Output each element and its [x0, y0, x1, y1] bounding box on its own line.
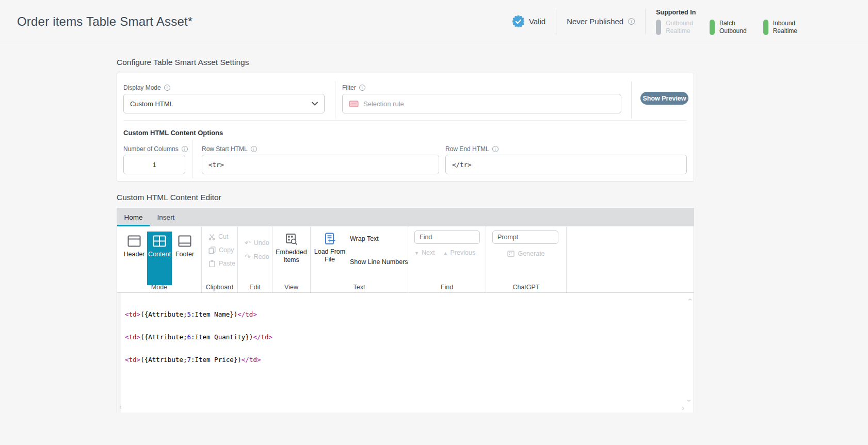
number-of-columns-input[interactable]	[123, 155, 185, 174]
divider	[123, 120, 686, 121]
scroll-left-arrow[interactable]	[119, 404, 122, 411]
group-label-text: Text	[311, 284, 408, 291]
header-status-cluster: Valid Never Published Supported In Outbo…	[512, 0, 797, 43]
ribbon: Header Content	[117, 226, 694, 293]
scroll-right-arrow[interactable]	[682, 404, 684, 411]
footer-mode-icon	[178, 235, 191, 247]
valid-label: Valid	[529, 17, 545, 26]
divider	[335, 81, 335, 119]
chevron-down-icon	[312, 102, 318, 106]
find-next-button[interactable]: Next	[414, 249, 435, 256]
row-end-html-input[interactable]	[445, 155, 687, 174]
row-start-html-label-row: Row Start HTML	[202, 145, 257, 153]
divider	[192, 140, 193, 178]
cut-button[interactable]: Cut	[208, 233, 228, 240]
undo-button[interactable]: ↶ Undo	[245, 239, 269, 246]
paste-button[interactable]: Paste	[208, 260, 235, 267]
code-token: 5	[187, 310, 191, 318]
group-label-edit: Edit	[238, 284, 272, 291]
ribbon-group-edit: ↶ Undo ↷ Redo Edit	[238, 226, 272, 292]
publish-status-label: Never Published	[567, 17, 623, 26]
content-mode-button[interactable]: Content	[147, 232, 172, 285]
code-token: td	[129, 333, 137, 341]
wrap-text-button[interactable]: Wrap Text	[350, 235, 379, 242]
code-token: >	[269, 333, 273, 341]
code-token: >	[137, 356, 141, 364]
page-title: Order items Table Smart Asset*	[17, 14, 192, 29]
code-token: :Item Price})	[191, 356, 242, 364]
code-token: </	[253, 333, 261, 341]
triangle-down-icon	[414, 249, 419, 256]
code-token: </	[242, 356, 249, 364]
show-line-numbers-button[interactable]: Show Line Numbers	[350, 258, 408, 266]
paste-icon	[208, 260, 216, 267]
header-mode-icon	[127, 235, 141, 247]
support-batch-outbound: BatchOutbound	[710, 20, 747, 35]
publish-info-icon[interactable]	[628, 18, 635, 25]
embedded-items-button[interactable]: Embedded Items	[272, 226, 310, 264]
load-from-file-button[interactable]: Load From File	[311, 226, 349, 292]
code-token: :Item Quantity})	[191, 333, 253, 341]
display-mode-info-icon[interactable]	[164, 85, 170, 91]
redo-button[interactable]: ↷ Redo	[245, 253, 269, 260]
code-editor[interactable]: <td>({Attribute;5:Item Name})</td> <td>(…	[117, 293, 694, 413]
code-token: >	[137, 310, 141, 318]
code-token: ({Attribute;	[140, 356, 187, 364]
row-start-html-input[interactable]	[202, 155, 439, 174]
number-of-columns-info-icon[interactable]	[182, 146, 188, 152]
code-token: td	[261, 333, 268, 341]
triangle-up-icon	[443, 249, 448, 256]
tab-home[interactable]: Home	[117, 208, 150, 226]
row-end-html-label-row: Row End HTML	[445, 145, 499, 153]
code-line: <td>({Attribute;6:Item Quantity})</td>	[125, 334, 272, 341]
row-end-info-icon[interactable]	[492, 146, 499, 152]
ribbon-group-find: Next Previous Find	[408, 226, 486, 292]
embedded-items-icon	[285, 233, 298, 245]
status-pill-icon	[763, 20, 768, 35]
filter-info-icon[interactable]	[359, 85, 365, 91]
display-mode-select[interactable]: Custom HTML	[123, 94, 325, 113]
code-token: ({Attribute;	[140, 310, 187, 318]
ribbon-group-chatgpt: Generate ChatGPT	[486, 226, 567, 292]
show-preview-button[interactable]: Show Preview	[640, 92, 688, 105]
ribbon-group-text: Load From File Wrap Text Show Line Numbe…	[311, 226, 408, 292]
code-token: td	[129, 356, 137, 364]
scroll-down-arrow[interactable]	[688, 397, 691, 404]
code-token: >	[253, 310, 257, 318]
code-line: <td>({Attribute;5:Item Name})</td>	[125, 311, 272, 319]
selection-rule-icon	[349, 100, 359, 108]
header-divider	[556, 9, 556, 35]
find-previous-button[interactable]: Previous	[443, 249, 476, 256]
status-pill-icon	[710, 20, 715, 35]
copy-button[interactable]: Copy	[208, 246, 234, 254]
filter-input[interactable]	[363, 100, 615, 108]
filter-field[interactable]	[342, 94, 621, 113]
redo-icon: ↷	[245, 253, 251, 260]
ribbon-group-clipboard: Cut Copy	[202, 226, 238, 292]
scroll-up-arrow[interactable]	[688, 296, 691, 303]
group-label-clipboard: Clipboard	[202, 284, 237, 291]
code-token: <	[125, 333, 129, 341]
supported-in-row: OutboundRealtime BatchOutbound InboundRe…	[656, 20, 797, 35]
code-line: <td>({Attribute;7:Item Price})</td>	[125, 356, 272, 364]
group-label-view: View	[272, 284, 310, 291]
scissors-icon	[208, 234, 215, 240]
html-content-editor: Home Insert Header	[117, 208, 694, 413]
prompt-input[interactable]	[492, 230, 558, 244]
tab-insert[interactable]: Insert	[150, 208, 182, 226]
group-label-chatgpt: ChatGPT	[486, 284, 566, 291]
code-token: td	[245, 310, 253, 318]
number-of-columns-label-row: Number of Columns	[123, 145, 188, 153]
code-token: >	[137, 333, 141, 341]
find-input[interactable]	[414, 230, 480, 244]
footer-mode-button[interactable]: Footer	[172, 232, 197, 285]
generate-button[interactable]: Generate	[486, 250, 566, 257]
header-mode-button[interactable]: Header	[122, 232, 147, 285]
header-divider	[645, 9, 646, 35]
undo-icon: ↶	[245, 239, 251, 246]
group-label-find: Find	[408, 284, 486, 291]
load-from-file-icon	[324, 233, 336, 245]
code-token: </	[237, 310, 245, 318]
row-start-info-icon[interactable]	[251, 146, 257, 152]
settings-section-title: Configure Table Smart Asset Settings	[117, 58, 249, 67]
